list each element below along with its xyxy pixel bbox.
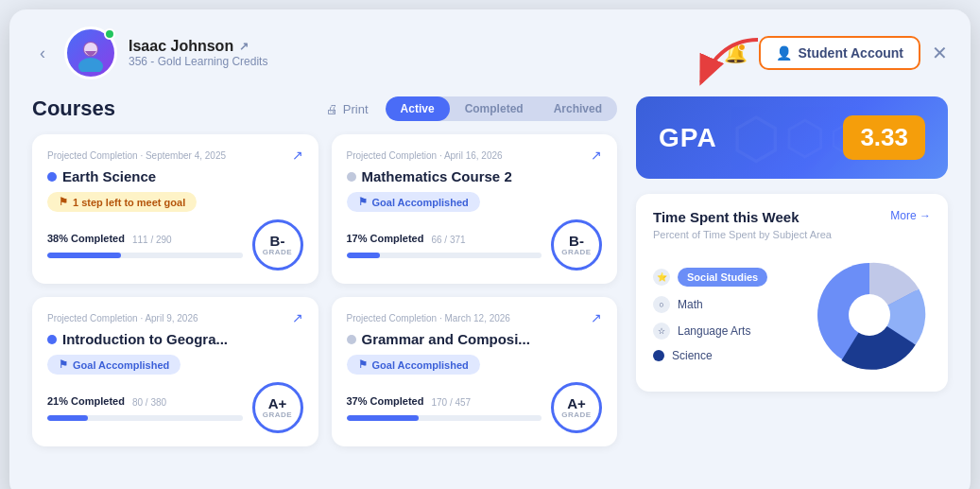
completion-text: 21% Completed	[47, 395, 125, 407]
science-dot	[653, 350, 664, 361]
progress-bar-fill	[347, 253, 380, 258]
progress-bar-bg	[47, 415, 243, 421]
course-card-math: Projected Completion · April 16, 2026 ↗ …	[332, 134, 618, 284]
completion-count: 66 / 371	[431, 235, 465, 245]
card-top: Projected Completion · April 16, 2026 ↗	[347, 148, 603, 163]
app-window: ‹ Isaac Johnson ↗ 356 - Gold Lea	[9, 9, 971, 489]
goal-badge: ⚑ 1 step left to meet goal	[47, 192, 197, 212]
grade-word: GRADE	[561, 410, 591, 419]
course-grid: Projected Completion · September 4, 2025…	[32, 134, 617, 446]
tab-active[interactable]: Active	[386, 96, 450, 121]
progress-bar-fill	[47, 415, 88, 421]
legend-item-social-studies: ⭐ Social Studies	[653, 268, 793, 287]
tab-group: Active Completed Archived	[386, 96, 617, 121]
external-link-icon: ↗	[239, 40, 249, 53]
progress-bar-bg	[47, 253, 243, 258]
tab-archived[interactable]: Archived	[539, 96, 617, 121]
science-label: Science	[672, 349, 713, 362]
course-card-geo: Projected Completion · April 9, 2026 ↗ I…	[32, 297, 318, 446]
progress-bar-bg	[347, 253, 542, 258]
goal-badge: ⚑ Goal Accomplished	[347, 192, 480, 212]
grade-word: GRADE	[561, 248, 591, 256]
goal-badge: ⚑ Goal Accomplished	[47, 355, 181, 375]
star-outline-icon: ☆	[653, 323, 670, 340]
main-layout: Courses 🖨 Print Active Completed Archive…	[32, 96, 948, 446]
legend: ⭐ Social Studies ○ Math ☆ Language Arts	[653, 268, 793, 362]
print-button[interactable]: 🖨 Print	[326, 102, 369, 116]
projected-label: Projected Completion · March 12, 2026	[347, 313, 510, 323]
course-name: Earth Science	[47, 168, 303, 184]
gray-dot	[347, 172, 356, 182]
card-bottom: 17% Completed 66 / 371 B- GRADE	[347, 219, 603, 271]
student-account-button[interactable]: 👤 Student Account	[759, 36, 920, 70]
gpa-value: 3.33	[843, 115, 925, 160]
time-subtitle: Percent of Time Spent by Subject Area	[653, 229, 931, 240]
card-bottom: 21% Completed 80 / 380 A+ GRADE	[47, 382, 303, 433]
expand-icon[interactable]: ↗	[292, 148, 303, 163]
flag-icon: ⚑	[59, 358, 68, 371]
goal-badge: ⚑ Goal Accomplished	[347, 355, 480, 375]
grade-letter: B-	[270, 234, 285, 248]
course-card-earth-science: Projected Completion · September 4, 2025…	[32, 134, 318, 284]
accomplished-label: Goal Accomplished	[73, 359, 169, 371]
legend-item-language-arts: ☆ Language Arts	[653, 323, 793, 340]
card-top: Projected Completion · April 9, 2026 ↗	[47, 310, 303, 325]
math-label: Math	[678, 298, 703, 311]
back-button[interactable]: ‹	[32, 40, 53, 67]
user-credits: 356 - Gold Learning Credits	[129, 55, 267, 68]
tab-completed[interactable]: Completed	[450, 96, 539, 121]
completion-info: 37% Completed 170 / 457	[347, 395, 542, 421]
gray-dot	[347, 335, 356, 344]
grade-letter: B-	[569, 234, 584, 248]
course-name: Introduction to Geogra...	[47, 331, 303, 347]
card-top: Projected Completion · March 12, 2026 ↗	[347, 310, 603, 325]
close-button[interactable]: ✕	[932, 42, 948, 64]
header: ‹ Isaac Johnson ↗ 356 - Gold Lea	[32, 26, 948, 79]
more-button[interactable]: More →	[890, 209, 931, 222]
completion-info: 17% Completed 66 / 371	[347, 233, 542, 258]
grade-circle: B- GRADE	[551, 219, 602, 271]
user-info: Isaac Johnson ↗ 356 - Gold Learning Cred…	[129, 38, 267, 68]
grade-circle: B- GRADE	[252, 219, 303, 271]
progress-bar-fill	[47, 253, 121, 258]
card-bottom: 37% Completed 170 / 457 A+ GRADE	[347, 382, 603, 433]
course-name: Mathematics Course 2	[347, 168, 603, 184]
completion-info: 38% Completed 111 / 290	[47, 233, 243, 258]
courses-title: Courses	[32, 96, 309, 121]
svg-point-2	[78, 58, 103, 72]
notification-button[interactable]: 🔔	[724, 42, 748, 64]
circle-icon: ○	[653, 296, 670, 313]
progress-bar-bg	[347, 415, 542, 421]
completion-text: 38% Completed	[47, 233, 125, 244]
grade-circle: A+ GRADE	[551, 382, 602, 433]
online-indicator	[104, 28, 115, 40]
grade-letter: A+	[567, 396, 586, 410]
course-name: Grammar and Composi...	[347, 331, 603, 347]
active-dot	[47, 172, 57, 182]
completion-text: 37% Completed	[347, 395, 424, 407]
notification-dot	[738, 44, 746, 51]
right-panel: ⬡ ⬡ ⬡ GPA 3.33 Time Spent this Week More…	[636, 96, 948, 446]
left-panel: Courses 🖨 Print Active Completed Archive…	[32, 96, 617, 446]
gpa-card: ⬡ ⬡ ⬡ GPA 3.33	[636, 96, 948, 179]
time-header: Time Spent this Week More →	[653, 209, 931, 225]
header-left: ‹ Isaac Johnson ↗ 356 - Gold Lea	[32, 26, 267, 79]
course-card-grammar: Projected Completion · March 12, 2026 ↗ …	[332, 297, 618, 446]
time-spent-card: Time Spent this Week More → Percent of T…	[636, 194, 948, 392]
completion-count: 170 / 457	[431, 397, 471, 408]
social-studies-label: Social Studies	[678, 268, 767, 287]
legend-item-science: Science	[653, 349, 793, 362]
pie-chart	[808, 253, 931, 376]
avatar-wrapper	[64, 26, 117, 79]
print-icon: 🖨	[326, 102, 338, 116]
expand-icon[interactable]: ↗	[292, 310, 303, 325]
gpa-label: GPA	[659, 123, 717, 153]
expand-icon[interactable]: ↗	[591, 310, 602, 325]
grade-word: GRADE	[263, 410, 292, 419]
courses-header: Courses 🖨 Print Active Completed Archive…	[32, 96, 617, 121]
flag-icon: ⚑	[358, 358, 368, 371]
flag-icon: ⚑	[358, 196, 368, 208]
grade-word: GRADE	[263, 248, 292, 256]
expand-icon[interactable]: ↗	[591, 148, 602, 163]
completion-count: 111 / 290	[132, 235, 172, 245]
